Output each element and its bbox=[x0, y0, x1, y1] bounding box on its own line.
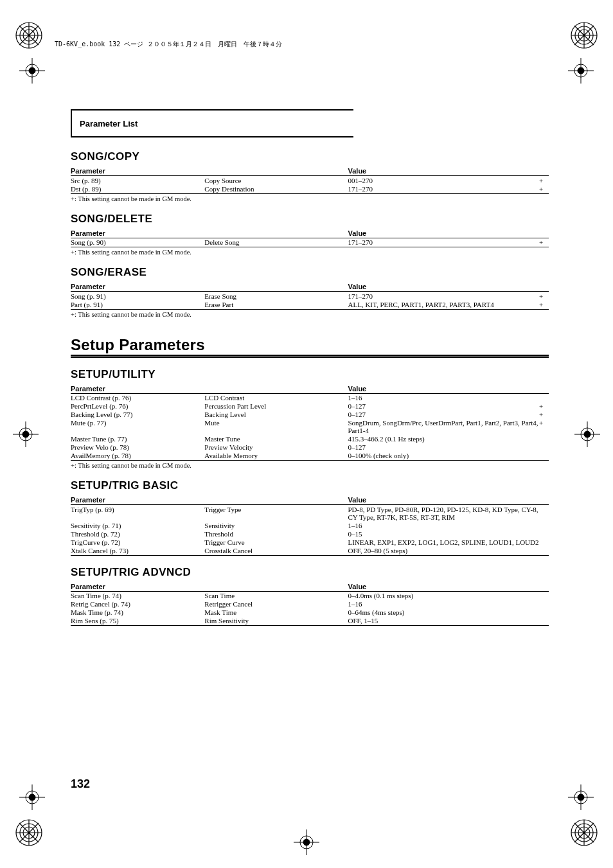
page-content: Parameter List SONG/COPY ParameterValue … bbox=[0, 39, 613, 653]
table-row: Part (p. 91)Erase PartALL, KIT, PERC, PA… bbox=[71, 300, 549, 309]
table-row: Rim Sens (p. 75)Rim SensitivityOFF, 1–15 bbox=[71, 617, 549, 626]
table-row: TrigCurve (p. 72)Trigger CurveLINEAR, EX… bbox=[71, 538, 549, 546]
table-row: Scan Time (p. 74)Scan Time0–4.0ms (0.1 m… bbox=[71, 591, 549, 600]
table-row: Song (p. 91)Erase Song171–270+ bbox=[71, 292, 549, 301]
table-row: Song (p. 90)Delete Song171–270+ bbox=[71, 238, 549, 247]
page-number: 132 bbox=[71, 777, 90, 791]
print-registration-mark bbox=[13, 817, 45, 849]
footnote: +: This setting cannot be made in GM mod… bbox=[71, 195, 549, 202]
crop-mark bbox=[13, 421, 39, 447]
print-registration-mark bbox=[13, 19, 45, 51]
crop-mark bbox=[19, 784, 45, 810]
th-parameter: Parameter bbox=[71, 581, 204, 592]
crop-mark bbox=[19, 58, 45, 84]
print-registration-mark bbox=[568, 19, 600, 51]
th-parameter: Parameter bbox=[71, 281, 204, 292]
table-row: Src (p. 89)Copy Source001–270+ bbox=[71, 176, 549, 185]
footnote: +: This setting cannot be made in GM mod… bbox=[71, 462, 549, 469]
divider bbox=[71, 357, 549, 358]
section-heading-song-delete: SONG/DELETE bbox=[71, 213, 549, 226]
th-value: Value bbox=[348, 495, 540, 505]
title-box: Parameter List bbox=[71, 109, 353, 137]
crop-mark bbox=[574, 421, 600, 447]
th-parameter: Parameter bbox=[71, 495, 204, 505]
section-heading-setup-utility: SETUP/UTILITY bbox=[71, 368, 549, 381]
song-delete-table: ParameterValue Song (p. 90)Delete Song17… bbox=[71, 228, 549, 248]
th-parameter: Parameter bbox=[71, 166, 204, 176]
section-heading-setup-parameters: Setup Parameters bbox=[71, 336, 549, 357]
th-parameter: Parameter bbox=[71, 228, 204, 238]
table-row: PercPrtLevel (p. 76)Percussion Part Leve… bbox=[71, 402, 549, 411]
section-heading-song-copy: SONG/COPY bbox=[71, 150, 549, 163]
section-heading-setup-trig-advncd: SETUP/TRIG ADVNCD bbox=[71, 566, 549, 579]
setup-utility-table: ParameterValue LCD Contrast (p. 76)LCD C… bbox=[71, 384, 549, 461]
th-value: Value bbox=[348, 281, 540, 292]
table-row: Mute (p. 77)MuteSongDrum, SongDrm/Prc, U… bbox=[71, 419, 549, 435]
table-row: Xtalk Cancel (p. 73)Crosstalk CancelOFF,… bbox=[71, 546, 549, 555]
table-row: Retrig Cancel (p. 74)Retrigger Cancel1–1… bbox=[71, 600, 549, 608]
crop-mark bbox=[568, 58, 594, 84]
setup-trig-basic-table: ParameterValue TrigTyp (p. 69)Trigger Ty… bbox=[71, 495, 549, 556]
song-copy-table: ParameterValue Src (p. 89)Copy Source001… bbox=[71, 166, 549, 194]
print-header-text: TD-6KV_e.book 132 ページ ２００５年１月２４日 月曜日 午後７… bbox=[55, 40, 558, 49]
table-row: Backing Level (p. 77)Backing Level0–127+ bbox=[71, 411, 549, 419]
table-row: Threshold (p. 72)Threshold0–15 bbox=[71, 529, 549, 538]
footnote: +: This setting cannot be made in GM mod… bbox=[71, 311, 549, 318]
table-row: LCD Contrast (p. 76)LCD Contrast1–16 bbox=[71, 393, 549, 402]
section-heading-song-erase: SONG/ERASE bbox=[71, 266, 549, 279]
th-parameter: Parameter bbox=[71, 384, 204, 394]
table-row: Dst (p. 89)Copy Destination171–270+ bbox=[71, 184, 549, 193]
print-registration-mark bbox=[568, 817, 600, 849]
table-row: Secsitivity (p. 71)Sensitivity1–16 bbox=[71, 521, 549, 529]
th-value: Value bbox=[348, 581, 540, 592]
table-row: Master Tune (p. 77)Master Tune415.3–466.… bbox=[71, 435, 549, 443]
table-row: TrigTyp (p. 69)Trigger TypePD-8, PD Type… bbox=[71, 505, 549, 522]
table-row: AvailMemory (p. 78)Available Memory0–100… bbox=[71, 452, 549, 461]
table-row: Preview Velo (p. 78)Preview Velocity0–12… bbox=[71, 443, 549, 452]
th-value: Value bbox=[348, 166, 540, 176]
title-box-text: Parameter List bbox=[80, 119, 138, 128]
th-value: Value bbox=[348, 228, 540, 238]
crop-mark bbox=[568, 784, 594, 810]
table-row: Mask Time (p. 74)Mask Time0–64ms (4ms st… bbox=[71, 608, 549, 617]
footnote: +: This setting cannot be made in GM mod… bbox=[71, 249, 549, 256]
crop-mark bbox=[294, 829, 319, 855]
th-value: Value bbox=[348, 384, 540, 394]
setup-trig-advncd-table: ParameterValue Scan Time (p. 74)Scan Tim… bbox=[71, 581, 549, 626]
song-erase-table: ParameterValue Song (p. 91)Erase Song171… bbox=[71, 281, 549, 310]
section-heading-setup-trig-basic: SETUP/TRIG BASIC bbox=[71, 479, 549, 492]
